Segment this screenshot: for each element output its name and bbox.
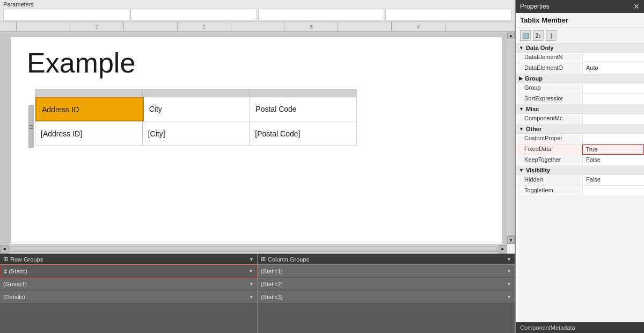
- row-group-item-1[interactable]: (Group1) ▼: [0, 278, 257, 291]
- sort-alpha-btn[interactable]: 🔠: [520, 30, 531, 41]
- header-cell-1[interactable]: Address ID: [35, 97, 144, 121]
- header-cell-2[interactable]: City: [144, 97, 251, 121]
- col-group-dropdown-0[interactable]: ▼: [507, 269, 511, 274]
- prop-key-customprop: CustomProper: [516, 134, 582, 144]
- page-content: Example: [11, 37, 502, 157]
- col-group-label-0: (Static1): [261, 268, 283, 274]
- row-group-label-2: (Details): [3, 294, 25, 300]
- row-groups-dropdown[interactable]: ▼: [249, 257, 254, 262]
- scroll-track-h[interactable]: [10, 247, 497, 252]
- ruler-tick-6: [338, 22, 391, 32]
- col-group-item-1[interactable]: (Static2) ▼: [258, 278, 515, 291]
- table-gray-row: [35, 90, 356, 97]
- col-groups-dropdown[interactable]: ▼: [507, 257, 511, 262]
- data-cell-1[interactable]: [Address ID]: [35, 121, 143, 146]
- prop-row-customprop: CustomProper: [516, 134, 644, 144]
- prop-key-fixeddata: FixedData: [516, 144, 582, 155]
- row-groups-panel: ⊞ Row Groups ▼ ‡ (Static) ▼ (Group1) ▼ (…: [0, 254, 258, 333]
- prop-val-sortexpression[interactable]: [582, 94, 644, 104]
- data-cell-2[interactable]: [City]: [143, 121, 250, 146]
- col-group-item-0[interactable]: (Static1) ▼: [258, 265, 515, 278]
- prop-val-dataelementn[interactable]: [582, 53, 644, 63]
- canvas-inner: Example: [11, 37, 502, 244]
- row-groups-icon: ⊞: [3, 256, 8, 263]
- prop-key-toggleitem: ToggleItem: [516, 186, 582, 196]
- section-title: Tablix Member: [516, 13, 644, 28]
- close-button[interactable]: ✕: [633, 2, 640, 11]
- prop-key-dataelementn: DataElementN: [516, 53, 582, 63]
- prop-key-hidden: Hidden: [516, 175, 582, 185]
- prop-val-hidden[interactable]: False: [582, 175, 644, 185]
- col-group-label-1: (Static2): [261, 281, 283, 287]
- scroll-left-btn[interactable]: ◄: [0, 245, 9, 254]
- row-group-dropdown-1[interactable]: ▼: [249, 281, 254, 287]
- table-header-row: Address ID City Postal Code: [35, 97, 356, 121]
- param-cell-4[interactable]: [385, 9, 511, 20]
- category-data-only-label: Data Only: [526, 45, 553, 51]
- row-group-item-2[interactable]: (Details) ▼: [0, 291, 257, 303]
- category-misc-label: Misc: [526, 106, 539, 112]
- col-group-dropdown-2[interactable]: ▼: [507, 294, 511, 300]
- arrow-group: ▶: [519, 76, 523, 81]
- scroll-down-btn[interactable]: ▼: [507, 236, 515, 244]
- category-visibility-header[interactable]: ▼ Visibility: [516, 166, 644, 175]
- report-table: Address ID City Postal Code [Address ID]…: [35, 89, 357, 146]
- prop-val-componentmc[interactable]: [582, 114, 644, 124]
- header-cell-3[interactable]: Postal Code: [250, 97, 356, 121]
- row-groups-header: ⊞ Row Groups ▼: [0, 254, 257, 265]
- prop-key-dataelementO: DataElementO: [516, 63, 582, 74]
- category-visibility-label: Visibility: [526, 167, 550, 173]
- prop-val-group[interactable]: [582, 83, 644, 93]
- vertical-scrollbar[interactable]: ▲ ▼: [507, 32, 515, 244]
- category-group-header[interactable]: ▶ Group: [516, 74, 644, 83]
- properties-title-bar: Properties ✕: [516, 0, 644, 13]
- prop-val-customprop[interactable]: [582, 134, 644, 144]
- sort-cat-btn[interactable]: 2↓: [533, 30, 544, 41]
- category-misc: ▼ Misc ComponentMc: [516, 105, 644, 125]
- prop-row-dataelementn: DataElementN: [516, 53, 644, 63]
- prop-val-fixeddata[interactable]: True: [582, 144, 645, 155]
- parameters-bar: Parameters: [0, 0, 515, 22]
- col-groups-icon: ⊞: [261, 256, 266, 263]
- horizontal-scrollbar[interactable]: ◄ ►: [0, 244, 507, 254]
- scroll-up-btn[interactable]: ▲: [507, 32, 515, 39]
- data-cell-3[interactable]: [Postal Code]: [250, 121, 356, 146]
- row-group-item-0[interactable]: ‡ (Static) ▼: [0, 265, 257, 278]
- prop-key-componentmc: ComponentMc: [516, 114, 582, 124]
- props-footer: ComponentMetadata: [516, 322, 644, 333]
- scroll-right-btn[interactable]: ►: [499, 245, 507, 254]
- row-group-dropdown-2[interactable]: ▼: [249, 294, 254, 300]
- parameters-title: Parameters: [3, 1, 511, 8]
- col-group-dropdown-1[interactable]: ▼: [507, 281, 511, 287]
- prop-val-keeptogether[interactable]: False: [582, 155, 644, 165]
- arrow-other: ▼: [519, 126, 524, 132]
- prop-val-dataelementO[interactable]: Auto: [582, 63, 644, 74]
- row-group-dropdown-0[interactable]: ▼: [248, 269, 253, 274]
- parameters-table: [3, 9, 511, 20]
- prop-val-toggleitem[interactable]: [582, 186, 644, 196]
- prop-row-componentmc: ComponentMc: [516, 114, 644, 125]
- app-container: Parameters 1 2 3 4: [0, 0, 644, 333]
- ruler-tick-2: [123, 22, 177, 32]
- col-groups-header: ⊞ Column Groups ▼: [258, 254, 515, 265]
- ruler-tick-5: 3: [284, 22, 338, 32]
- scroll-track-v[interactable]: [508, 40, 514, 236]
- ruler-tick-8: [445, 22, 499, 32]
- table-left-handle: [28, 105, 34, 148]
- col-group-item-2[interactable]: (Static3) ▼: [258, 291, 515, 303]
- arrow-data-only: ▼: [519, 45, 524, 50]
- props-extra-btn[interactable]: |: [546, 30, 557, 41]
- category-data-only-header[interactable]: ▼ Data Only: [516, 44, 644, 53]
- report-table-container: Address ID City Postal Code [Address ID]…: [35, 89, 486, 146]
- design-canvas[interactable]: Example: [0, 32, 507, 244]
- param-cell-3[interactable]: [258, 9, 384, 20]
- category-other-header[interactable]: ▼ Other: [516, 125, 644, 134]
- category-misc-header[interactable]: ▼ Misc: [516, 105, 644, 114]
- param-cell-2[interactable]: [130, 9, 257, 20]
- prop-key-group: Group: [516, 83, 582, 93]
- row-groups-title: Row Groups: [10, 256, 43, 263]
- left-panel: Parameters 1 2 3 4: [0, 0, 515, 333]
- param-cell-1[interactable]: [3, 9, 129, 20]
- properties-body: ▼ Data Only DataElementN DataElementO Au…: [516, 44, 644, 322]
- handle-line-3: [30, 128, 33, 129]
